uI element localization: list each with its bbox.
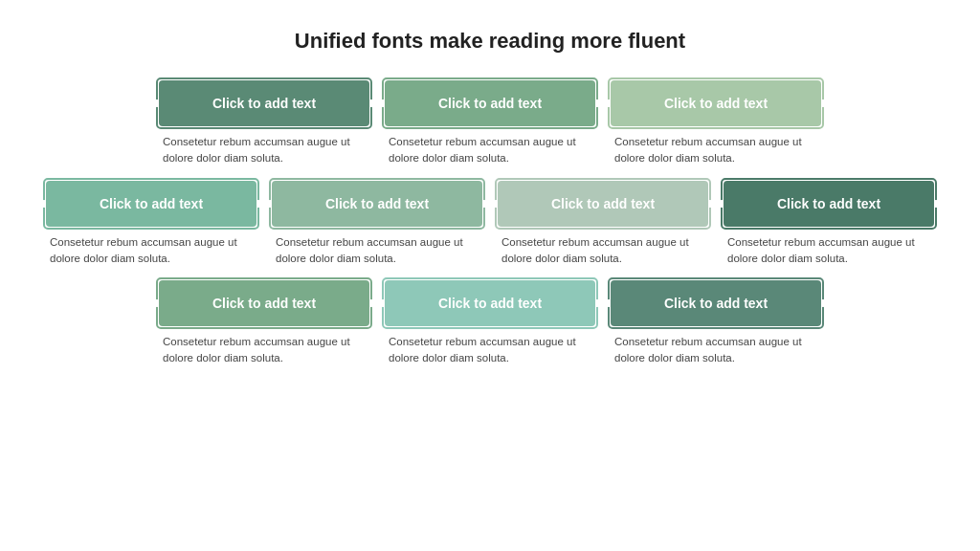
card-7-header-wrap: Click to add text <box>724 181 934 227</box>
card-2-button[interactable]: Click to add text <box>385 80 595 126</box>
card-4: Click to add text Consetetur rebum accum… <box>46 181 256 272</box>
card-9-body: Consetetur rebum accumsan augue ut dolor… <box>385 326 595 371</box>
card-7-body: Consetetur rebum accumsan augue ut dolor… <box>724 227 934 272</box>
row-3: Click to add text Consetetur rebum accum… <box>19 280 961 371</box>
row-1: Click to add text Consetetur rebum accum… <box>19 80 961 171</box>
card-2-body: Consetetur rebum accumsan augue ut dolor… <box>385 126 595 171</box>
card-1-body: Consetetur rebum accumsan augue ut dolor… <box>159 126 369 171</box>
card-10: Click to add text Consetetur rebum accum… <box>611 280 821 371</box>
card-3-button[interactable]: Click to add text <box>611 80 821 126</box>
card-4-body: Consetetur rebum accumsan augue ut dolor… <box>46 227 256 272</box>
page-title: Unified fonts make reading more fluent <box>295 29 685 54</box>
card-5-body: Consetetur rebum accumsan augue ut dolor… <box>272 227 482 272</box>
card-7: Click to add text Consetetur rebum accum… <box>724 181 934 272</box>
card-3-body: Consetetur rebum accumsan augue ut dolor… <box>611 126 821 171</box>
card-5-header-wrap: Click to add text <box>272 181 482 227</box>
card-9-header-wrap: Click to add text <box>385 280 595 326</box>
card-10-body: Consetetur rebum accumsan augue ut dolor… <box>611 326 821 371</box>
card-2-header-wrap: Click to add text <box>385 80 595 126</box>
card-1-header-wrap: Click to add text <box>159 80 369 126</box>
card-3: Click to add text Consetetur rebum accum… <box>611 80 821 171</box>
card-5: Click to add text Consetetur rebum accum… <box>272 181 482 272</box>
card-1-button[interactable]: Click to add text <box>159 80 369 126</box>
card-4-button[interactable]: Click to add text <box>46 181 256 227</box>
card-grid: Click to add text Consetetur rebum accum… <box>19 80 961 371</box>
card-10-button[interactable]: Click to add text <box>611 280 821 326</box>
card-8: Click to add text Consetetur rebum accum… <box>159 280 369 371</box>
card-6-button[interactable]: Click to add text <box>498 181 708 227</box>
card-8-body: Consetetur rebum accumsan augue ut dolor… <box>159 326 369 371</box>
card-9-button[interactable]: Click to add text <box>385 280 595 326</box>
card-6: Click to add text Consetetur rebum accum… <box>498 181 708 272</box>
card-7-button[interactable]: Click to add text <box>724 181 934 227</box>
card-4-header-wrap: Click to add text <box>46 181 256 227</box>
card-1: Click to add text Consetetur rebum accum… <box>159 80 369 171</box>
card-3-header-wrap: Click to add text <box>611 80 821 126</box>
card-6-body: Consetetur rebum accumsan augue ut dolor… <box>498 227 708 272</box>
card-6-header-wrap: Click to add text <box>498 181 708 227</box>
card-8-button[interactable]: Click to add text <box>159 280 369 326</box>
card-2: Click to add text Consetetur rebum accum… <box>385 80 595 171</box>
card-9: Click to add text Consetetur rebum accum… <box>385 280 595 371</box>
card-10-header-wrap: Click to add text <box>611 280 821 326</box>
card-5-button[interactable]: Click to add text <box>272 181 482 227</box>
row-2: Click to add text Consetetur rebum accum… <box>19 181 961 272</box>
card-8-header-wrap: Click to add text <box>159 280 369 326</box>
